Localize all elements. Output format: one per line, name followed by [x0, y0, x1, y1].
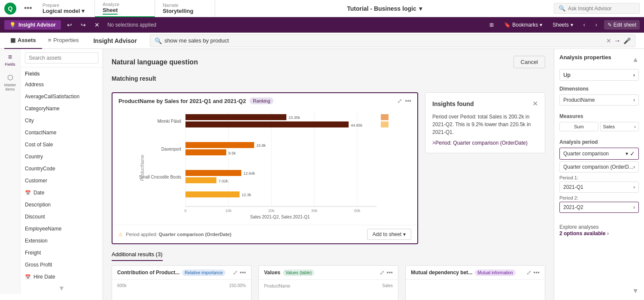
svg-text:0: 0 [184, 209, 186, 213]
chart-header-actions: ⤢ ••• [397, 97, 411, 104]
field-item-date[interactable]: 📅 Date [21, 187, 103, 199]
ia-search-input[interactable] [164, 37, 604, 44]
small-card-mutual-actions: ⤢ ••• [526, 269, 540, 276]
add-to-sheet-button[interactable]: Add to sheet ▾ [367, 229, 411, 240]
expand-small-card-3[interactable]: ⤢ [526, 269, 532, 276]
right-panel-scroll-top[interactable]: ▲ [632, 56, 639, 64]
more-small-card-2[interactable]: ••• [386, 269, 393, 276]
sheets-button[interactable]: Sheets ▾ [549, 20, 576, 30]
right-panel-scroll-bottom[interactable]: ▼ [632, 287, 639, 294]
fields-search-input[interactable] [25, 52, 98, 64]
nav-search-bar[interactable]: 🔍 [554, 3, 640, 14]
field-item-countrycode[interactable]: CountryCode [21, 163, 103, 175]
field-item-employeename[interactable]: EmployeeName [21, 223, 103, 235]
sidebar-fields-icon-btn[interactable]: ≡ Fields [5, 53, 15, 67]
narrate-section[interactable]: Narrate Storytelling [155, 0, 215, 17]
quarter-comparison-dropdown[interactable]: Quarter comparison ▾ ✓ [559, 148, 639, 160]
up-dropdown[interactable]: Up › [559, 69, 639, 81]
field-item-address[interactable]: Address [21, 79, 103, 91]
field-item-country[interactable]: Country [21, 151, 103, 163]
tab-properties[interactable]: ≡ Properties [42, 33, 85, 49]
field-item-extension[interactable]: Extension [21, 235, 103, 247]
tab-assets[interactable]: ▦ Assets [4, 33, 42, 49]
dimension-chevron-icon: › [633, 97, 635, 103]
insight-advisor-button[interactable]: 💡 Insight Advisor [4, 20, 61, 30]
svg-rect-17 [185, 149, 226, 155]
nav-next-button[interactable]: › [592, 20, 601, 30]
field-item-avgcall[interactable]: AverageCallSatisfaction [21, 91, 103, 103]
toolbar-right: ⊞ 🔖 Bookmarks ▾ Sheets ▾ ‹ › ✎ Edit shee… [486, 20, 640, 30]
measures-section: Measures Sum Sales › [559, 113, 639, 133]
field-item-customer[interactable]: Customer [21, 175, 103, 187]
insights-panel: Insights found ✕ Period over Period: tot… [425, 92, 545, 153]
grid-view-button[interactable]: ⊞ [486, 20, 497, 30]
prepare-label: Prepare [43, 3, 87, 8]
period2-input[interactable]: 2021-Q2 › [559, 202, 639, 213]
explore-section: Explore analyses 2 options available › [559, 221, 639, 236]
field-item-freight[interactable]: Freight [21, 247, 103, 259]
more-menu-button[interactable]: ••• [21, 4, 35, 13]
chart-more-button[interactable]: ••• [405, 97, 411, 104]
field-item-city[interactable]: City [21, 115, 103, 127]
field-item-grossprofit[interactable]: Gross Profit [21, 259, 103, 271]
field-item-hiredate[interactable]: 📅 Hire Date [21, 271, 103, 283]
period1-input[interactable]: 2021-Q1 › [559, 182, 639, 193]
clear-selections-button[interactable]: ✕ [92, 21, 102, 29]
clear-search-button[interactable]: ✕ [606, 37, 611, 44]
explore-link[interactable]: 2 options available [559, 230, 605, 236]
small-card-values-content: ProductName Sales [259, 280, 398, 300]
sum-tag[interactable]: Sum [559, 122, 598, 131]
fields-list: Address AverageCallSatisfaction Category… [21, 79, 103, 283]
master-items-icon: ⬡ [7, 73, 13, 82]
sales-tag[interactable]: Sales › [600, 122, 639, 131]
quarter-comparison-sub[interactable]: Quarter comparison (OrderD... › [559, 161, 639, 173]
microphone-button[interactable]: 🎤 [623, 37, 631, 44]
selections-forward-button[interactable]: ↪ [78, 21, 88, 29]
field-item-category[interactable]: CategoryName [21, 103, 103, 115]
prepare-section[interactable]: Prepare Logical model ▾ [35, 0, 95, 17]
more-small-card-1[interactable]: ••• [240, 269, 246, 276]
bookmarks-button[interactable]: 🔖 Bookmarks ▾ [501, 20, 546, 30]
cancel-button[interactable]: Cancel [513, 56, 545, 68]
small-card-values: Values Values (table) ⤢ ••• ProductName … [258, 265, 398, 300]
expand-small-card-1[interactable]: ⤢ [233, 269, 238, 276]
svg-rect-19 [185, 170, 241, 176]
search-icon: 🔍 [559, 5, 565, 12]
period2-chevron-icon: › [633, 204, 635, 210]
insights-close-button[interactable]: ✕ [532, 100, 538, 108]
dimensions-section: Dimensions ProductName › [559, 86, 639, 107]
tabs-bar: ▦ Assets ≡ Properties Insight Advisor 🔍 … [0, 33, 644, 49]
expand-chart-button[interactable]: ⤢ [397, 97, 402, 104]
qlik-logo: Q [4, 3, 16, 15]
chart-footer: ⚠ Period applied: Quarter comparison (Or… [112, 225, 417, 243]
nav-search-input[interactable] [568, 6, 635, 12]
quarter-sub-chevron-icon: › [633, 164, 635, 170]
nav-prev-button[interactable]: ‹ [580, 20, 589, 30]
edit-sheet-button[interactable]: ✎ Edit sheet [604, 20, 640, 30]
narrate-label: Narrate [163, 3, 207, 8]
small-cards: Contribution of Product... Relative impo… [112, 265, 545, 300]
analyze-section[interactable]: Analyze Sheet [95, 0, 155, 17]
field-item-contact[interactable]: ContactName [21, 127, 103, 139]
dimension-productname[interactable]: ProductName › [559, 94, 639, 106]
svg-text:7.02k: 7.02k [219, 179, 228, 183]
sidebar-master-items-icon-btn[interactable]: ⬡ Master items [0, 73, 20, 91]
insights-link[interactable]: >Period: Quarter comparison (OrderDate) [432, 140, 528, 146]
more-small-card-3[interactable]: ••• [533, 269, 540, 276]
field-item-costofsale[interactable]: Cost of Sale [21, 139, 103, 151]
expand-small-card-2[interactable]: ⤢ [380, 269, 385, 276]
properties-icon: ≡ [48, 37, 52, 43]
field-item-discount[interactable]: Discount [21, 211, 103, 223]
ia-search-bar[interactable]: 🔍 ✕ → 🎤 [150, 34, 635, 47]
main-chart-card: ProductName by Sales for 2021-Q1 and 202… [112, 92, 418, 244]
additional-results-tab[interactable]: Additional results (3) [112, 251, 163, 261]
submit-search-button[interactable]: → [614, 37, 621, 45]
chart-insights-row: ProductName by Sales for 2021-Q1 and 202… [112, 92, 545, 244]
right-panel: Analysis properties ▲ Up › Dimensions Pr… [554, 49, 644, 300]
selections-back-button[interactable]: ↩ [64, 21, 75, 29]
field-item-description[interactable]: Description [21, 199, 103, 211]
svg-text:Davenport: Davenport [161, 147, 181, 152]
bar-chart-svg: Minnki Päisil Davenport Small Crocodile … [118, 108, 411, 219]
small-card-contribution-header: Contribution of Product... Relative impo… [112, 266, 251, 280]
period1-chevron-icon: › [633, 184, 635, 190]
